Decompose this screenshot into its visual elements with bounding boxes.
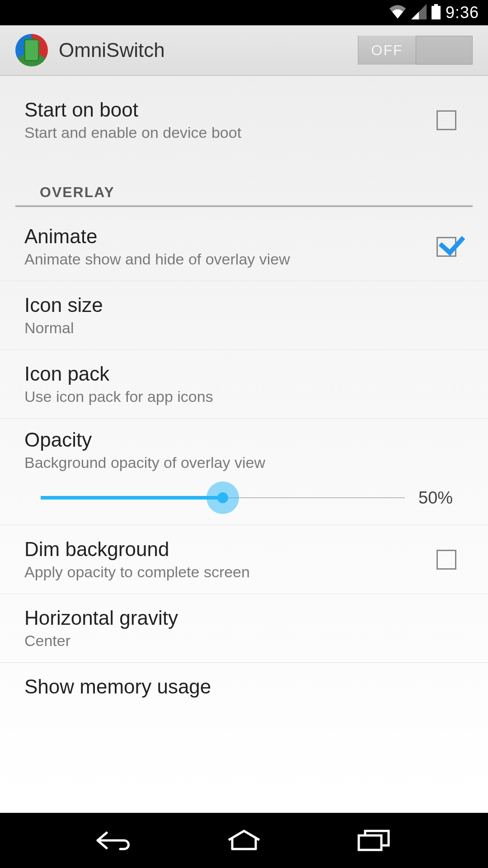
opacity-value: 50% — [418, 488, 464, 508]
app-bar: OmniSwitch OFF — [0, 25, 488, 76]
recent-apps-icon[interactable] — [351, 827, 396, 854]
setting-icon-pack[interactable]: Icon pack Use icon pack for app icons — [0, 350, 488, 419]
setting-subtitle: Start and enable on device boot — [24, 124, 436, 142]
app-icon — [15, 34, 48, 66]
setting-subtitle: Background opacity of overlay view — [24, 454, 464, 472]
status-time: 9:36 — [446, 3, 479, 22]
setting-start-on-boot[interactable]: Start on boot Start and enable on device… — [0, 80, 488, 160]
setting-title: Icon size — [24, 294, 464, 316]
settings-list[interactable]: Start on boot Start and enable on device… — [0, 76, 488, 813]
setting-subtitle: Animate show and hide of overlay view — [24, 250, 436, 268]
setting-title: Animate — [24, 225, 436, 248]
setting-opacity[interactable]: Opacity Background opacity of overlay vi… — [0, 419, 488, 525]
back-icon[interactable] — [92, 827, 137, 854]
svg-rect-1 — [432, 6, 441, 19]
setting-subtitle: Normal — [24, 319, 464, 337]
setting-icon-size[interactable]: Icon size Normal — [0, 281, 488, 350]
checkbox-animate[interactable] — [436, 237, 456, 257]
svg-rect-2 — [359, 835, 381, 850]
status-bar: 9:36 — [0, 0, 488, 25]
checkbox-start-on-boot[interactable] — [436, 110, 456, 130]
setting-title: Opacity — [24, 429, 464, 451]
setting-animate[interactable]: Animate Animate show and hide of overlay… — [0, 207, 488, 281]
toggle-thumb-label: OFF — [358, 36, 416, 65]
opacity-slider[interactable] — [41, 484, 405, 511]
setting-title: Start on boot — [24, 99, 436, 121]
svg-rect-0 — [434, 4, 438, 6]
slider-thumb[interactable] — [217, 492, 228, 503]
setting-title: Dim background — [24, 538, 436, 561]
signal-icon — [411, 4, 427, 21]
home-icon[interactable] — [221, 827, 267, 854]
app-title: OmniSwitch — [59, 39, 358, 61]
setting-show-memory-usage[interactable]: Show memory usage — [0, 663, 488, 701]
setting-horizontal-gravity[interactable]: Horizontal gravity Center — [0, 594, 488, 663]
master-toggle[interactable]: OFF — [358, 36, 473, 65]
setting-subtitle: Use icon pack for app icons — [24, 388, 464, 406]
setting-title: Icon pack — [24, 363, 464, 385]
section-header-overlay: OVERLAY — [15, 160, 473, 207]
setting-subtitle: Apply opacity to complete screen — [24, 563, 436, 581]
checkbox-dim-background[interactable] — [436, 550, 456, 570]
navigation-bar — [0, 813, 488, 868]
setting-dim-background[interactable]: Dim background Apply opacity to complete… — [0, 525, 488, 594]
setting-title: Show memory usage — [24, 675, 464, 698]
setting-title: Horizontal gravity — [24, 607, 464, 629]
setting-subtitle: Center — [24, 632, 464, 650]
battery-icon — [431, 4, 441, 21]
wifi-icon — [389, 4, 407, 21]
